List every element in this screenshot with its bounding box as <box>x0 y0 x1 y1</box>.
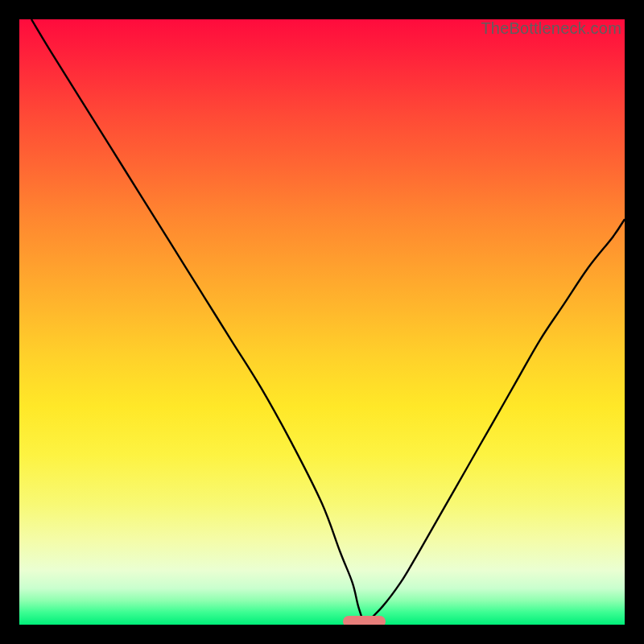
left-curve <box>31 19 365 625</box>
plot-area: TheBottleneck.com <box>19 19 625 625</box>
chart-frame: TheBottleneck.com <box>0 0 644 644</box>
curve-layer <box>19 19 625 625</box>
minimum-marker <box>343 616 386 625</box>
right-curve <box>365 219 625 625</box>
watermark-text: TheBottleneck.com <box>481 19 621 38</box>
